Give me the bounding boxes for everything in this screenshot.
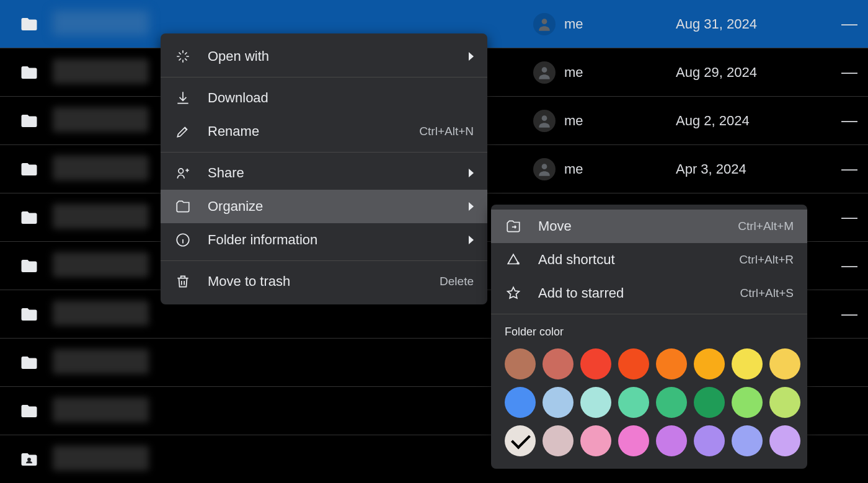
- file-name: [53, 397, 533, 425]
- color-swatch[interactable]: [542, 425, 574, 456]
- folder-icon: [19, 160, 53, 179]
- menu-shortcut: Delete: [440, 275, 474, 288]
- menu-organize[interactable]: Organize: [161, 190, 487, 223]
- add-shortcut-icon: [505, 252, 522, 268]
- color-swatch[interactable]: [694, 348, 725, 379]
- menu-label: Add shortcut: [538, 252, 723, 268]
- open-with-icon: [174, 48, 192, 64]
- color-swatch[interactable]: [656, 425, 687, 456]
- file-name: [53, 446, 533, 473]
- owner-name: me: [564, 113, 583, 129]
- size-cell: —: [831, 14, 868, 33]
- folder-icon: [19, 353, 53, 372]
- menu-label: Move: [538, 218, 722, 234]
- shared-folder-icon: [19, 450, 53, 469]
- folder-icon: [19, 402, 53, 420]
- owner-name: me: [564, 16, 583, 32]
- color-swatch[interactable]: [769, 387, 800, 418]
- svg-point-1: [542, 67, 547, 73]
- menu-divider: [491, 314, 807, 314]
- size-cell: —: [831, 111, 868, 130]
- menu-download[interactable]: Download: [161, 81, 487, 115]
- chevron-right-icon: [469, 202, 474, 211]
- date-cell: Aug 29, 2024: [676, 64, 831, 81]
- svg-point-4: [27, 458, 31, 461]
- color-swatch[interactable]: [618, 387, 649, 418]
- menu-shortcut: Ctrl+Alt+N: [419, 125, 474, 138]
- color-swatch[interactable]: [580, 387, 611, 418]
- menu-rename[interactable]: Rename Ctrl+Alt+N: [161, 115, 487, 148]
- folder-color-section: Folder color: [491, 318, 807, 456]
- color-swatch[interactable]: [580, 348, 611, 379]
- menu-shortcut: Ctrl+Alt+R: [739, 253, 794, 267]
- menu-open-with[interactable]: Open with: [161, 40, 487, 73]
- size-cell: —: [831, 159, 868, 179]
- color-swatch[interactable]: [656, 348, 687, 379]
- folder-icon: [19, 112, 53, 130]
- size-cell: —: [831, 304, 868, 324]
- color-swatch[interactable]: [732, 425, 763, 456]
- color-swatch[interactable]: [505, 348, 536, 379]
- folder-icon: [19, 305, 53, 324]
- size-cell: —: [831, 256, 868, 275]
- date-cell: Aug 2, 2024: [676, 113, 831, 129]
- star-icon: [505, 285, 522, 301]
- owner-cell: me: [533, 158, 676, 180]
- color-swatch[interactable]: [505, 387, 536, 418]
- menu-shortcut: Ctrl+Alt+M: [738, 219, 794, 233]
- folder-color-grid: [505, 348, 794, 456]
- color-swatch[interactable]: [542, 348, 574, 379]
- menu-label: Open with: [208, 48, 453, 64]
- menu-share[interactable]: Share: [161, 156, 487, 190]
- svg-point-5: [179, 169, 184, 174]
- chevron-right-icon: [469, 52, 474, 61]
- menu-label: Share: [208, 165, 453, 181]
- color-swatch[interactable]: [694, 387, 725, 418]
- menu-divider: [161, 260, 487, 261]
- color-swatch[interactable]: [505, 425, 536, 456]
- color-swatch[interactable]: [580, 425, 611, 456]
- menu-divider: [161, 77, 487, 78]
- color-swatch[interactable]: [618, 348, 649, 379]
- color-swatch[interactable]: [618, 425, 649, 456]
- move-icon: [505, 218, 522, 234]
- menu-divider: [161, 152, 487, 153]
- organize-icon: [174, 198, 192, 215]
- submenu-add-to-starred[interactable]: Add to starred Ctrl+Alt+S: [491, 277, 807, 310]
- date-cell: Apr 3, 2024: [676, 161, 831, 177]
- folder-icon: [19, 208, 53, 227]
- chevron-right-icon: [469, 169, 474, 177]
- avatar-icon: [533, 110, 556, 132]
- color-swatch[interactable]: [694, 425, 725, 456]
- file-name: [53, 349, 533, 376]
- owner-name: me: [564, 161, 583, 177]
- info-icon: [174, 232, 192, 248]
- avatar-icon: [533, 158, 556, 180]
- context-menu: Open with Download Rename Ctrl+Alt+N Sha…: [161, 33, 487, 304]
- owner-cell: me: [533, 61, 676, 84]
- menu-folder-information[interactable]: Folder information: [161, 223, 487, 257]
- color-swatch[interactable]: [656, 387, 687, 418]
- folder-color-title: Folder color: [505, 326, 794, 339]
- color-swatch[interactable]: [732, 348, 763, 379]
- color-swatch[interactable]: [769, 425, 800, 456]
- menu-label: Add to starred: [538, 285, 724, 301]
- color-swatch[interactable]: [769, 348, 800, 379]
- date-cell: Aug 31, 2024: [676, 16, 831, 32]
- size-cell: —: [831, 208, 868, 227]
- color-swatch[interactable]: [732, 387, 763, 418]
- menu-label: Organize: [208, 198, 453, 215]
- svg-point-2: [542, 115, 547, 121]
- download-icon: [174, 90, 192, 106]
- submenu-move[interactable]: Move Ctrl+Alt+M: [491, 210, 807, 243]
- color-swatch[interactable]: [542, 387, 574, 418]
- owner-cell: me: [533, 110, 676, 132]
- svg-point-0: [542, 19, 547, 24]
- submenu-add-shortcut[interactable]: Add shortcut Ctrl+Alt+R: [491, 243, 807, 277]
- menu-move-to-trash[interactable]: Move to trash Delete: [161, 265, 487, 298]
- chevron-right-icon: [469, 236, 474, 244]
- organize-submenu: Move Ctrl+Alt+M Add shortcut Ctrl+Alt+R …: [491, 205, 807, 469]
- share-icon: [174, 165, 192, 181]
- file-name: [53, 301, 533, 328]
- menu-label: Rename: [208, 123, 403, 140]
